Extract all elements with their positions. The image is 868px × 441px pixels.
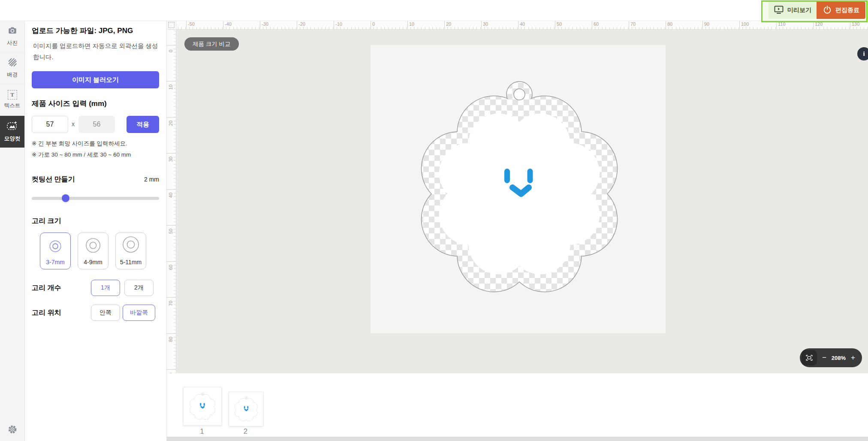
size-input-title: 제품 사이즈 입력 (mm) [32,99,107,109]
ruler-tick-label: 40 [168,191,173,199]
camera-icon [7,26,18,37]
toolbar-item-photo[interactable]: 사진 [0,21,24,52]
toolbar-item-background[interactable]: 배경 [0,52,24,84]
strip-scrollbar[interactable] [166,437,868,441]
ruler-tick [166,225,176,226]
ring-small-icon [48,239,63,255]
ruler-tick-label: 0 [372,21,375,27]
ruler-tick [334,21,334,29]
ruler-tick [371,21,371,29]
text-tool-icon: T [8,90,17,100]
keychain-shape-object[interactable] [412,77,627,302]
ruler-tick [166,189,176,190]
ring-size-option-label: 4-9mm [84,259,102,266]
ruler-tick [166,45,176,45]
zoom-level: 208% [832,355,846,361]
ring-size-option-5-11mm[interactable]: 5-11mm [115,233,146,269]
toolbar-item-shapecut[interactable]: 모양컷 [0,116,24,148]
upload-title: 업로드 가능한 파일: JPG, PNG [32,26,160,36]
page-thumbnail-1[interactable] [183,387,222,426]
settings-button[interactable] [0,424,24,437]
ruler-tick [166,81,176,82]
height-input[interactable] [78,116,115,133]
exit-edit-button-label: 편집종료 [835,6,859,14]
ruler-corner [166,21,176,30]
load-image-button[interactable]: 이미지 불러오기 [32,71,159,88]
cutline-slider-thumb[interactable] [61,194,70,202]
zoom-control: − 208% + [800,348,862,367]
ruler-tick [186,21,187,29]
ruler-tick-label: -30 [262,21,268,27]
ruler-tick [518,21,518,29]
ring-position-inside[interactable]: 안쪽 [91,305,120,321]
size-separator: x [72,121,75,127]
ring-count-option-2[interactable]: 2개 [124,280,154,296]
ruler-horizontal: -50-40-30-20-100102030405060708090100110… [166,21,868,30]
left-toolbar: 사진 배경 T 텍스트 [0,21,25,441]
ruler-tick [166,261,176,262]
ruler-tick-label: -10 [335,21,342,27]
gear-icon [7,424,18,437]
exit-edit-button[interactable]: 편집종료 [817,2,865,19]
ruler-tick-label: -20 [298,21,305,27]
ruler-tick [481,21,482,29]
size-note-2: ※ 가로 30 ~ 80 mm / 세로 30 ~ 60 mm [32,151,160,159]
ruler-tick-label: 40 [520,21,525,27]
toolbar-item-text[interactable]: T 텍스트 [0,84,24,116]
ruler-tick [297,21,297,29]
ruler-tick-label: 120 [815,21,823,27]
ring-count-option-1[interactable]: 1개 [91,280,120,296]
ruler-tick [166,333,176,334]
ring-position-outside[interactable]: 바깥쪽 [123,305,155,321]
ruler-tick-label: 70 [168,299,173,307]
ruler-tick [776,21,777,29]
fit-to-screen-button[interactable] [802,350,817,365]
ring-count-title: 고리 개수 [32,284,61,293]
page-thumbnail-1-label: 1 [183,427,221,436]
cutline-slider-track[interactable] [32,197,159,200]
ruler-tick-label: 90 [704,21,709,27]
ruler-tick [260,21,260,29]
toolbar-item-shapecut-label: 모양컷 [4,135,21,142]
ring-medium-icon [85,237,101,255]
ruler-tick [813,21,814,29]
ruler-tick-label: 30 [168,155,173,163]
zoom-out-button[interactable]: − [821,353,827,362]
ring-size-title: 고리 크기 [32,217,61,226]
cutline-slider[interactable] [32,194,159,202]
preview-button[interactable]: 미리보기 [769,2,817,19]
ruler-vertical: 0102030405060708090 [166,21,176,373]
topbar-actions: 미리보기 편집종료 [769,2,865,19]
ruler-tick-label: 90 [168,372,173,373]
ruler-tick-label: 50 [557,21,562,27]
ruler-tick [850,21,850,29]
ruler-tick [166,153,176,154]
ruler-tick [666,21,666,29]
apply-button[interactable]: 적용 [127,116,159,133]
ruler-tick-label: 10 [168,83,173,91]
ruler-tick [592,21,592,29]
preview-button-label: 미리보기 [787,6,811,14]
zoom-in-button[interactable]: + [850,353,856,362]
ruler-tick-label: 80 [667,21,672,27]
cutline-value: 2 mm [144,176,159,183]
info-button[interactable]: i [857,47,868,60]
ring-size-option-4-9mm[interactable]: 4-9mm [78,233,108,269]
size-note-1: ※ 긴 부분 희망 사이즈를 입력하세요. [32,140,160,148]
ruler-tick [166,369,176,370]
ruler-tick [739,21,740,29]
top-bar: 미리보기 편집종료 [0,0,868,21]
ruler-tick-label: 80 [168,335,173,343]
ruler-tick [555,21,555,29]
ruler-tick-label: 70 [630,21,636,27]
ring-size-option-label: 5-11mm [120,259,142,266]
design-canvas[interactable]: -50-40-30-20-100102030405060708090100110… [166,21,868,373]
width-input[interactable] [32,116,68,133]
size-compare-button[interactable]: 제품 크기 비교 [184,37,239,51]
ruler-tick-label: 10 [409,21,414,27]
ruler-tick-label: 0 [168,47,173,55]
ring-size-option-3-7mm[interactable]: 3-7mm [40,233,71,269]
ruler-tick [407,21,408,29]
page-thumbnail-2[interactable] [229,392,263,426]
ruler-tick [166,297,176,298]
